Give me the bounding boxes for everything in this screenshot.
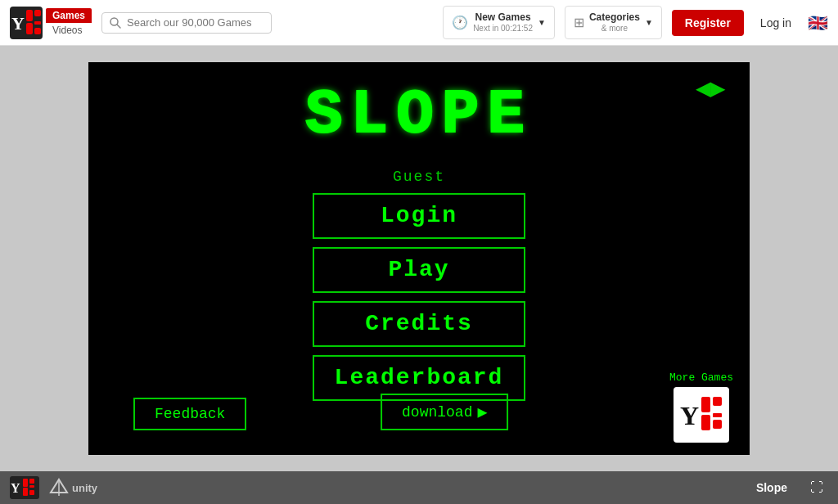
- grid-icon: ⊞: [574, 15, 584, 30]
- svg-rect-2: [26, 10, 33, 21]
- credits-button[interactable]: Credits: [313, 301, 525, 347]
- login-button[interactable]: Log in: [754, 10, 798, 36]
- y8-more-games-logo[interactable]: Y: [674, 387, 729, 443]
- svg-rect-19: [23, 488, 28, 496]
- svg-rect-12: [701, 415, 710, 430]
- new-games-sub: Next in 00:21:52: [473, 24, 533, 34]
- more-games-label: More Games: [669, 371, 733, 384]
- svg-rect-4: [34, 10, 41, 16]
- fullscreen-button[interactable]: ⛶: [805, 477, 828, 498]
- search-bar: [101, 12, 272, 34]
- clock-icon: 🕐: [452, 15, 468, 30]
- chevron-down-icon: ▼: [538, 18, 546, 27]
- new-games-label: New Games: [473, 11, 533, 23]
- new-games-button[interactable]: 🕐 New Games Next in 00:21:52 ▼: [443, 6, 555, 38]
- svg-text:Y: Y: [11, 13, 25, 34]
- svg-text:Y: Y: [11, 481, 20, 495]
- unity-icon: [49, 478, 69, 497]
- nav-tab-videos[interactable]: Videos: [46, 23, 92, 38]
- svg-rect-3: [26, 23, 33, 34]
- y8-logo-large: Y: [678, 392, 724, 438]
- header: Y Games Videos 🕐 New Games Next in 00:21…: [0, 0, 838, 46]
- sound-button[interactable]: ◀▶: [696, 77, 725, 100]
- chevron-down-icon-2: ▼: [645, 18, 653, 27]
- nav-tab-games[interactable]: Games: [46, 8, 92, 23]
- categories-button[interactable]: ⊞ Categories & more ▼: [565, 6, 662, 38]
- svg-rect-5: [34, 21, 41, 25]
- bottom-bar: Y unity Slope ⛶: [0, 471, 838, 504]
- download-label: download: [402, 404, 472, 421]
- fullscreen-icon: ⛶: [810, 480, 823, 494]
- categories-label: Categories: [589, 11, 640, 23]
- main-area: ◀▶ SLOPE Guest Login Play Credits Leader…: [0, 46, 838, 471]
- sound-icon: ◀▶: [696, 77, 725, 99]
- more-games-area: More Games Y: [669, 371, 733, 443]
- categories-sub: & more: [589, 24, 640, 34]
- nav-tabs: Games Videos: [46, 8, 92, 38]
- unity-logo: unity: [49, 478, 97, 497]
- language-flag[interactable]: 🇬🇧: [808, 13, 828, 33]
- game-name-label: Slope: [748, 478, 795, 497]
- svg-rect-14: [713, 413, 722, 417]
- download-button[interactable]: download ▶: [381, 394, 508, 430]
- unity-label: unity: [72, 482, 97, 494]
- login-game-button[interactable]: Login: [313, 193, 525, 239]
- search-icon: [109, 16, 122, 29]
- game-menu: Login Play Credits Leaderboard: [313, 193, 525, 401]
- bottom-y8-logo: Y: [10, 476, 39, 499]
- svg-rect-13: [713, 397, 722, 406]
- svg-rect-21: [29, 485, 34, 488]
- svg-text:Y: Y: [680, 401, 699, 430]
- svg-rect-15: [713, 420, 722, 429]
- feedback-button[interactable]: Feedback: [133, 398, 246, 430]
- register-button[interactable]: Register: [672, 10, 744, 36]
- y8-logo[interactable]: Y: [10, 7, 43, 39]
- svg-rect-6: [34, 28, 41, 34]
- game-canvas: ◀▶ SLOPE Guest Login Play Credits Leader…: [88, 62, 750, 455]
- svg-rect-22: [29, 490, 34, 495]
- svg-rect-18: [23, 479, 28, 487]
- search-input[interactable]: [127, 16, 264, 29]
- guest-label: Guest: [393, 169, 445, 185]
- svg-rect-11: [701, 397, 710, 412]
- game-title: SLOPE: [305, 80, 533, 151]
- play-button[interactable]: Play: [313, 247, 525, 293]
- svg-rect-20: [29, 479, 34, 484]
- play-arrow-icon: ▶: [477, 402, 487, 422]
- svg-line-8: [117, 25, 120, 28]
- logo-area: Y Games Videos: [10, 7, 92, 39]
